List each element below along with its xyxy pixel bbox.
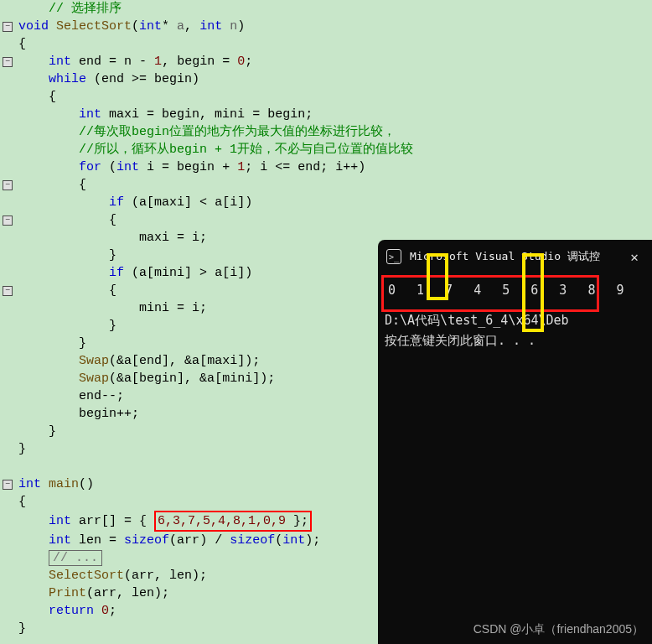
terminal-icon: >_ xyxy=(386,249,401,264)
output-highlight-yellow-2 xyxy=(522,253,544,332)
comment: // 选择排序 xyxy=(49,2,122,16)
close-icon[interactable]: ✕ xyxy=(625,249,644,265)
titlebar[interactable]: >_ Microsoft Visual Studio 调试控 ✕ xyxy=(378,240,652,273)
fold-icon[interactable]: − xyxy=(0,53,15,70)
fold-icon[interactable]: − xyxy=(0,211,15,229)
watermark: CSDN @小卓（friendhan2005） xyxy=(473,622,644,637)
output-highlight-yellow-1 xyxy=(427,253,448,300)
path-line: D:\A代码\test_6_4\x64\Deb xyxy=(385,310,645,330)
debug-console-window[interactable]: >_ Microsoft Visual Studio 调试控 ✕ 0 1 7 4… xyxy=(378,240,652,644)
comment: //每次取begin位置的地方作为最大值的坐标进行比较， xyxy=(79,125,396,139)
fold-icon[interactable]: − xyxy=(0,282,15,299)
collapsed-comment[interactable]: // ... xyxy=(49,550,102,566)
output-highlight-red xyxy=(381,275,599,312)
fold-icon[interactable]: − xyxy=(0,475,15,493)
array-highlight: 6,3,7,5,4,8,1,0,9 }; xyxy=(154,511,312,532)
prompt-line: 按任意键关闭此窗口. . . xyxy=(385,330,645,351)
fold-icon[interactable]: − xyxy=(0,18,15,35)
comment: //所以，循环从begin + 1开始，不必与自己位置的值比较 xyxy=(79,143,413,157)
fold-icon[interactable]: − xyxy=(0,176,15,194)
